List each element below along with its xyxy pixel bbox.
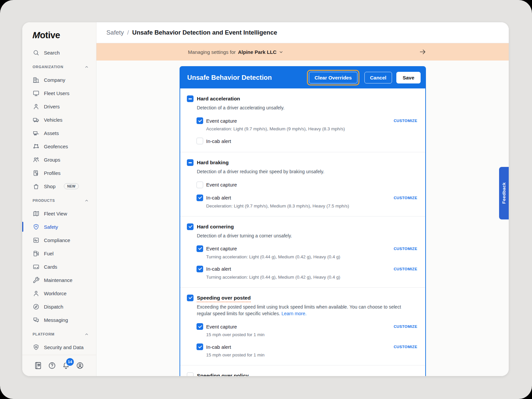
screen-background: Motive Search ORGANIZATIONCompanyFleet U… [0,0,532,399]
sidebar-item-label: Messaging [44,317,68,323]
sidebar: Motive Search ORGANIZATIONCompanyFleet U… [22,22,96,376]
checkbox-hard-acceleration-in-cab-alert[interactable] [197,138,203,144]
sidebar-section-products[interactable]: PRODUCTS [22,194,96,207]
checkbox-speeding-over-policy[interactable] [187,372,194,376]
sidebar-item-security-and-data[interactable]: Security and Data [22,340,96,354]
checkbox-hard-braking-in-cab-alert[interactable] [197,195,203,201]
option-label: Event capture [206,246,237,251]
checkbox-speeding-over-posted[interactable] [187,295,194,301]
sidebar-item-drivers[interactable]: Drivers [22,100,96,113]
option-row: Event captureCUSTOMIZE [197,117,417,124]
sidebar-item-label: Assets [44,130,59,136]
clear-overrides-button[interactable]: Clear Overrides [309,72,357,83]
account-button[interactable] [76,361,84,370]
option-row: In-cab alertCUSTOMIZE [197,195,417,201]
cancel-button[interactable]: Cancel [364,72,392,83]
company-selector[interactable]: Managing settings for Alpine Park LLC [188,49,283,55]
option-label: In-cab alert [206,138,231,144]
sidebar-section-platform[interactable]: PLATFORM [22,328,96,340]
checkbox-speeding-over-posted-event-capture[interactable] [197,323,203,330]
option-label: In-cab alert [206,195,231,200]
feedback-tab[interactable]: Feedback [499,167,509,219]
checkbox-speeding-over-posted-in-cab-alert[interactable] [197,343,203,350]
sidebar-item-maintenance[interactable]: Maintenance [22,273,96,287]
sidebar-item-groups[interactable]: Groups [22,153,96,166]
customize-link[interactable]: CUSTOMIZE [394,196,417,200]
sidebar-item-label: Fleet View [44,211,67,216]
sidebar-item-label: Fuel [44,251,54,256]
checkbox-hard-cornering-in-cab-alert[interactable] [197,266,203,272]
section-title: Speeding over policy [197,373,249,376]
customize-link[interactable]: CUSTOMIZE [394,247,417,251]
customize-link[interactable]: CUSTOMIZE [394,119,417,123]
sidebar-item-search[interactable]: Search [22,46,96,59]
sidebar-section-organization[interactable]: ORGANIZATION [22,61,96,73]
checkbox-hard-cornering[interactable] [187,223,194,230]
sidebar-item-compliance[interactable]: Compliance [22,233,96,247]
motive-logo[interactable]: Motive [33,30,60,40]
customize-link[interactable]: CUSTOMIZE [394,267,417,271]
notifications-button[interactable]: 14 [62,361,70,370]
checkbox-hard-acceleration[interactable] [187,95,194,102]
content-area: Unsafe Behavior Detection Clear Override… [96,61,509,376]
annotation-underline: Speeding over posted [197,295,251,302]
geofences-icon [33,143,40,150]
sidebar-item-workforce[interactable]: Workforce [22,287,96,300]
topbar: Safety / Unsafe Behavior Detection and E… [96,22,509,43]
banner-text: Managing settings for [188,49,235,55]
checkbox-hard-acceleration-event-capture[interactable] [197,117,203,124]
option-row: Event captureCUSTOMIZE [197,323,417,330]
sidebar-item-label: Cards [44,264,57,270]
guide-button[interactable] [34,361,43,370]
sidebar-section-label: ORGANIZATION [33,65,64,69]
messaging-icon [33,317,40,324]
sidebar-item-label: Drivers [44,104,60,109]
sidebar-item-safety[interactable]: Safety [22,220,96,233]
checkbox-hard-braking[interactable] [187,159,194,166]
option-row: Event capture [197,182,417,188]
sidebar-item-label: Safety [44,224,58,230]
new-badge: NEW [64,183,79,189]
sidebar-item-shop[interactable]: ShopNEW [22,180,96,193]
page-title: Unsafe Behavior Detection and Event Inte… [132,29,277,36]
option-left: In-cab alert [197,266,231,272]
sidebar-item-company[interactable]: Company [22,73,96,86]
setting-section-speeding-over-posted: Speeding over postedExceeding the posted… [180,288,425,366]
sidebar-item-fleet-view[interactable]: Fleet View [22,207,96,220]
option-left: In-cab alert [197,343,231,350]
chevron-up-icon [84,65,89,69]
section-description: Detection of a driver turning a corner u… [197,232,410,239]
sidebar-item-fuel[interactable]: Fuel [22,247,96,260]
sidebar-item-label: Compliance [44,237,70,243]
breadcrumb-safety-link[interactable]: Safety [106,29,124,36]
sidebar-item-cards[interactable]: Cards [22,260,96,273]
option-detail: 15 mph over posted for 1 min [206,352,417,357]
customize-link[interactable]: CUSTOMIZE [394,325,417,329]
sidebar-item-label: Profiles [44,170,61,176]
option-detail: Deceleration: Light (9.7 mph/s), Medium … [206,203,417,208]
sidebar-item-geofences[interactable]: Geofences [22,140,96,153]
sidebar-item-assets[interactable]: Assets [22,126,96,140]
option-detail: Turning acceleration: Light (0.44 g), Me… [206,254,417,259]
learn-more-link[interactable]: Learn more. [280,311,307,316]
customize-link[interactable]: CUSTOMIZE [394,345,417,349]
sidebar-item-profiles[interactable]: Profiles [22,166,96,180]
banner-arrow-right-button[interactable] [419,48,426,56]
help-icon [48,361,56,370]
sidebar-item-label: Security and Data [44,344,83,350]
assets-icon [33,130,40,137]
profiles-icon [33,170,40,177]
sidebar-item-dispatch[interactable]: Dispatch [22,300,96,313]
help-button[interactable] [48,361,57,370]
company-icon [33,76,40,83]
sidebar-section-label: PLATFORM [33,332,55,336]
checkbox-hard-braking-event-capture[interactable] [197,182,203,188]
setting-section-hard-braking: Hard brakingDetection of a driver reduci… [180,152,425,216]
sidebar-item-fleet-users[interactable]: Fleet Users [22,86,96,100]
sidebar-item-messaging[interactable]: Messaging [22,313,96,327]
checkbox-hard-cornering-event-capture[interactable] [197,245,203,252]
main-area: Safety / Unsafe Behavior Detection and E… [96,22,509,376]
save-button[interactable]: Save [396,72,421,83]
sidebar-item-vehicles[interactable]: Vehicles [22,113,96,126]
option-row: In-cab alertCUSTOMIZE [197,266,417,272]
